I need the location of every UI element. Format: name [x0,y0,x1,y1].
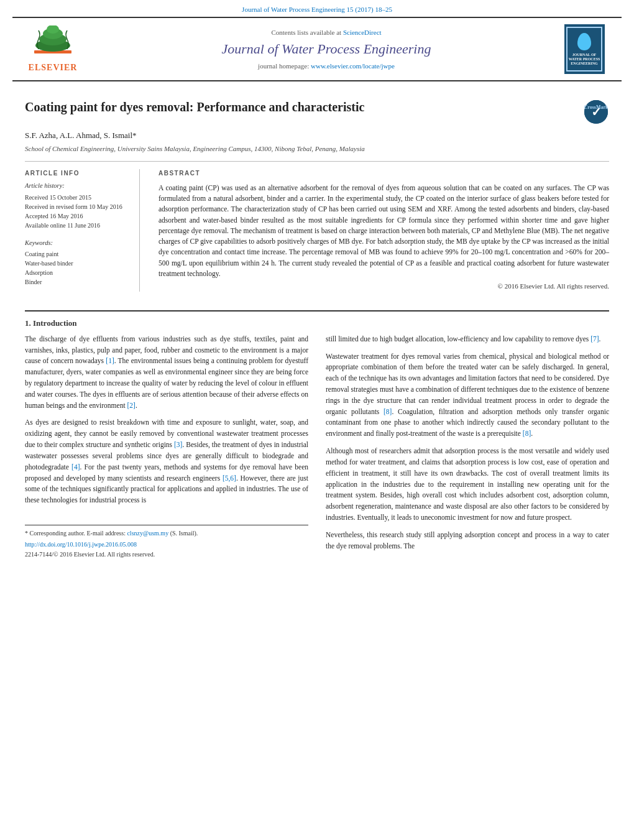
ref-7[interactable]: [7] [590,335,599,343]
crossmark-icon: ✓ CrossMark [584,100,608,124]
right-para-4: Nevertheless, this research study still … [326,530,609,552]
footnote-area: * Corresponding author. E-mail address: … [25,525,308,559]
keywords-section: Keywords: Coating paint Water-based bind… [25,239,128,287]
logo-box-inner: JOURNAL OFWATER PROCESSENGINEERING [566,27,602,72]
section-1-heading: 1. Introduction [25,318,609,329]
sciencedirect-link-text[interactable]: ScienceDirect [343,29,382,36]
article-content: Coating paint for dyes removal: Performa… [0,81,634,303]
page: Journal of Water Process Engineering 15 … [0,0,634,840]
ref-8a[interactable]: [8] [384,408,392,415]
doi-link[interactable]: http://dx.doi.org/10.1016/j.jwpe.2016.05… [25,540,308,549]
abstract-copyright: © 2016 Elsevier Ltd. All rights reserved… [158,282,609,291]
journal-logo-right: JOURNAL OFWATER PROCESSENGINEERING [559,24,609,74]
affiliation: School of Chemical Engineering, Universi… [25,144,609,154]
authors: S.F. Azha, A.L. Ahmad, S. Ismail* [25,130,609,141]
article-body: ARTICLE INFO Article history: Received 1… [25,169,609,292]
ref-56[interactable]: [5,6] [223,474,236,482]
elsevier-tree-icon [31,25,75,60]
journal-title: Journal of Water Process Engineering [93,40,559,59]
sciencedirect-link: Contents lists available at ScienceDirec… [93,28,559,37]
history-label: Article history: [25,182,128,191]
shorter-word: shorter [522,216,542,224]
logo-text: JOURNAL OFWATER PROCESSENGINEERING [569,53,600,67]
footnote-email-label: E-mail address: [86,530,125,537]
journal-header: ELSEVIER Contents lists available at Sci… [12,17,622,81]
history-accepted: Accepted 16 May 2016 [25,212,128,221]
ref-2[interactable]: [2] [127,402,135,409]
article-info: ARTICLE INFO Article history: Received 1… [25,169,140,292]
footnote-email-link[interactable]: clsnzy@usm.my [127,530,168,537]
article-title: Coating paint for dyes removal: Performa… [25,99,578,115]
right-para-1: still limited due to high budget allocat… [326,334,609,345]
elsevier-logo: ELSEVIER [25,25,81,74]
history-revised: Received in revised form 10 May 2016 [25,203,128,211]
journal-homepage: journal homepage: www.elsevier.com/locat… [93,62,559,71]
divider-1 [25,161,609,162]
journal-logo-box: JOURNAL OFWATER PROCESSENGINEERING [564,24,605,74]
svg-text:CrossMark: CrossMark [584,104,608,110]
author-names: S.F. Azha, A.L. Ahmad, S. Ismail* [25,131,137,140]
footnote-star-text: * Corresponding author. E-mail address: … [25,529,308,538]
keyword-2: Water-based binder [25,259,128,268]
abstract-section: ABSTRACT A coating paint (CP) was used a… [158,169,609,292]
ref-3[interactable]: [3] [174,441,182,448]
left-para-1: The discharge of dye effluents from vari… [25,334,308,412]
keyword-3: Adsorption [25,269,128,277]
homepage-label: journal homepage: [258,62,309,70]
left-column: The discharge of dye effluents from vari… [25,334,308,559]
two-column-layout: The discharge of dye effluents from vari… [25,334,609,559]
contents-label: Contents lists available at [271,29,341,36]
citation-text: Journal of Water Process Engineering 15 … [242,6,392,13]
abstract-title: ABSTRACT [158,169,609,178]
homepage-url[interactable]: www.elsevier.com/locate/jwpe [311,62,395,70]
water-drop-icon [577,33,591,50]
history-received: Received 15 October 2015 [25,193,128,202]
divider-thick [25,310,609,312]
copyright-footer: 2214-7144/© 2016 Elsevier Ltd. All right… [25,550,308,559]
article-title-row: Coating paint for dyes removal: Performa… [25,99,609,125]
journal-citation: Journal of Water Process Engineering 15 … [0,0,634,17]
journal-center: Contents lists available at ScienceDirec… [93,28,559,72]
elsevier-brand-text: ELSEVIER [29,62,78,74]
footnote-email-person: (S. Ismail). [170,530,198,537]
right-column: still limited due to high budget allocat… [326,334,609,559]
history-available: Available online 11 June 2016 [25,221,128,230]
abstract-text: A coating paint (CP) was used as an alte… [158,183,609,279]
left-para-2: As dyes are designed to resist breakdown… [25,417,308,506]
main-body: 1. Introduction The discharge of dye eff… [0,310,634,571]
right-para-3: Although most of researchers admit that … [326,446,609,524]
ref-4[interactable]: [4] [71,463,80,471]
ref-1[interactable]: [1] [106,357,114,364]
ref-8b[interactable]: [8] [523,430,531,437]
keyword-4: Binder [25,278,128,287]
crossmark: ✓ CrossMark [584,100,609,125]
right-para-2: Wastewater treatment for dyes removal va… [326,351,609,440]
keyword-1: Coating paint [25,250,128,259]
article-info-title: ARTICLE INFO [25,169,128,178]
footnote-star: * Corresponding author. [25,530,85,537]
keywords-label: Keywords: [25,239,128,248]
